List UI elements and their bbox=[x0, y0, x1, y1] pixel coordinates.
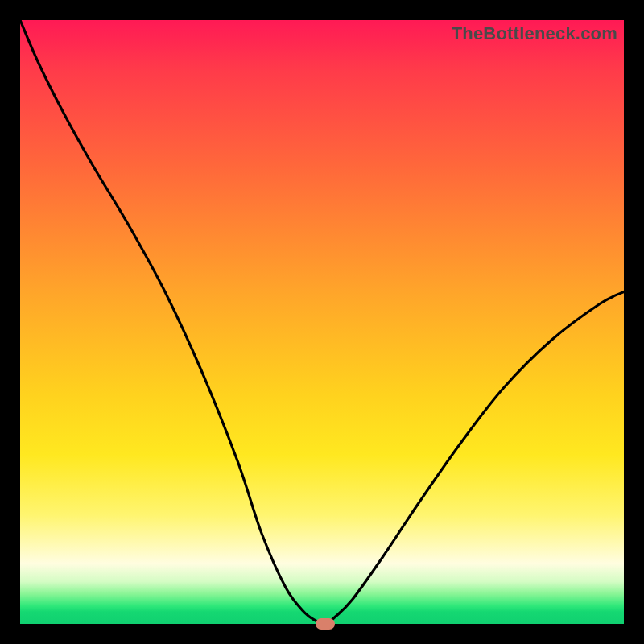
watermark-text: TheBottleneck.com bbox=[452, 23, 617, 44]
optimal-point-marker bbox=[316, 618, 335, 630]
chart-frame: TheBottleneck.com bbox=[0, 0, 644, 644]
bottleneck-curve bbox=[20, 20, 624, 624]
plot-area: TheBottleneck.com bbox=[20, 20, 624, 624]
